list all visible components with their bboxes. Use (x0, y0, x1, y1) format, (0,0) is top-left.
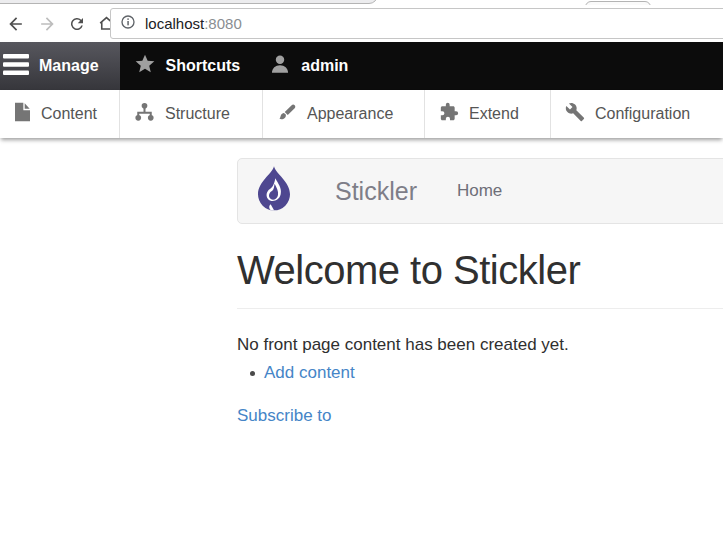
page: Stickler Home Welcome to Stickler No fro… (0, 158, 723, 547)
sitemap-icon (134, 102, 155, 126)
content-region: Stickler Home Welcome to Stickler No fro… (237, 158, 723, 426)
puzzle-icon (439, 102, 459, 126)
browser-nav-icons (0, 14, 116, 34)
toolbar-item-label: Shortcuts (166, 57, 241, 75)
tray-item-label: Extend (469, 105, 519, 123)
tray-item-label: Appearance (307, 105, 393, 123)
add-content-link[interactable]: Add content (264, 363, 355, 383)
tray-item-appearance[interactable]: Appearance (263, 90, 425, 138)
tray-item-extend[interactable]: Extend (425, 90, 551, 138)
url-port: :8080 (204, 15, 242, 32)
tray-item-content[interactable]: Content (0, 90, 120, 138)
address-bar[interactable]: localhost:8080 (110, 8, 723, 39)
subscribe-link[interactable]: Subscribe to (237, 406, 332, 426)
site-header: Stickler Home (237, 158, 723, 224)
admin-tray: Content Structure Appearance Extend (0, 90, 723, 138)
wrench-icon (565, 102, 585, 126)
forward-icon[interactable] (37, 14, 57, 34)
admin-toolbar: Manage Shortcuts admin (0, 42, 723, 90)
list-item: Add content (250, 363, 723, 383)
url-host: localhost (145, 15, 204, 32)
browser-tab[interactable] (0, 0, 378, 4)
action-list: Add content (237, 363, 723, 383)
tray-item-label: Configuration (595, 105, 690, 123)
toolbar-item-label: admin (301, 57, 348, 75)
nav-link-home[interactable]: Home (457, 181, 502, 201)
menu-icon (3, 54, 29, 79)
refresh-icon[interactable] (68, 15, 86, 33)
file-icon (14, 102, 31, 126)
back-icon[interactable] (6, 14, 26, 34)
tray-item-label: Structure (165, 105, 230, 123)
paintbrush-icon (277, 102, 297, 126)
url-text: localhost:8080 (145, 15, 242, 32)
bullet-dot (250, 371, 255, 376)
empty-message: No front page content has been created y… (237, 335, 723, 355)
toolbar-item-label: Manage (39, 57, 99, 75)
tray-item-structure[interactable]: Structure (120, 90, 263, 138)
toolbar-item-shortcuts[interactable]: Shortcuts (134, 42, 241, 90)
site-name[interactable]: Stickler (335, 177, 417, 206)
user-icon (269, 53, 291, 79)
tray-item-label: Content (41, 105, 97, 123)
star-icon (134, 53, 156, 79)
info-icon[interactable] (120, 14, 136, 34)
page-title: Welcome to Stickler (237, 248, 723, 309)
toolbar-item-manage[interactable]: Manage (0, 42, 120, 90)
browser-toolbar: localhost:8080 (0, 5, 723, 42)
drupal-drop-logo[interactable] (252, 165, 296, 217)
toolbar-item-admin[interactable]: admin (269, 42, 348, 90)
tray-item-configuration[interactable]: Configuration (551, 90, 723, 138)
